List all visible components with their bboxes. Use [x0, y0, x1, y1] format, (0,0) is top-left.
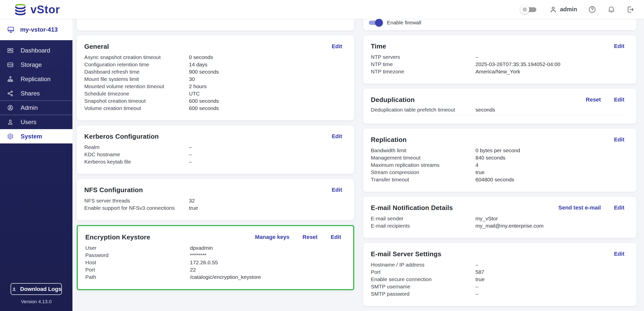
- edit-link[interactable]: Edit: [614, 43, 624, 49]
- user-menu[interactable]: admin: [549, 6, 577, 13]
- field-value: ********: [190, 252, 206, 258]
- notifications-icon: [607, 6, 615, 14]
- field-host: Host172.26.0.55: [85, 259, 341, 266]
- card-title-kerberos-configuration: Kerberos Configuration: [84, 133, 159, 140]
- field-e-mail-sender: E-mail sendermy_vStor: [371, 215, 624, 222]
- field-path: Path/catalogic/encryption_keystore: [85, 273, 341, 281]
- card-general: GeneralEditAsync snapshot creation timeo…: [77, 35, 354, 120]
- sidebar-item-shares[interactable]: Shares: [0, 86, 72, 100]
- manage-keys-link[interactable]: Manage keys: [255, 234, 290, 240]
- send-test-e-mail-link[interactable]: Send test e-mail: [558, 204, 601, 211]
- theme-toggle[interactable]: [520, 5, 538, 15]
- edit-link[interactable]: Edit: [332, 133, 342, 140]
- card-replication: ReplicationEditBandwidth limit0 bytes pe…: [363, 129, 636, 192]
- field-value: –: [475, 54, 478, 60]
- field-value: seconds: [475, 107, 495, 113]
- edit-link[interactable]: Edit: [614, 251, 624, 257]
- users-icon: [7, 119, 14, 125]
- sidebar-item-replication[interactable]: Replication: [0, 72, 72, 86]
- field-label: Kerberos keytab file: [84, 159, 189, 165]
- field-value: 4: [475, 162, 478, 168]
- field-value: 600 seconds: [189, 98, 219, 104]
- card-deduplication: DeduplicationResetEditDeduplication tabl…: [363, 89, 636, 124]
- card-firewall: Enable firewall: [363, 19, 636, 30]
- field-smtp-password: SMTP password–: [371, 290, 624, 297]
- sidebar-item-label: Replication: [21, 76, 51, 83]
- field-label: Realm: [84, 144, 189, 150]
- field-ntp-servers: NTP servers–: [371, 53, 624, 61]
- admin-icon: [7, 105, 14, 111]
- download-logs-button[interactable]: Download Logs: [11, 283, 62, 295]
- download-logs-label: Download Logs: [20, 286, 61, 292]
- field-password: Password********: [85, 251, 341, 259]
- field-label: Password: [85, 252, 190, 258]
- field-ntp-time: NTP time2025-03-26T07:35:35.194052-04:00: [371, 61, 624, 68]
- sidebar-item-label: Admin: [21, 104, 38, 111]
- field-port: Port22: [85, 266, 341, 273]
- card-actions: ResetEdit: [586, 96, 624, 103]
- system-icon: [7, 133, 14, 140]
- field-value: 30: [189, 76, 195, 82]
- field-value: 600 seconds: [189, 105, 219, 111]
- reset-link[interactable]: Reset: [303, 234, 318, 240]
- field-value: –: [189, 144, 192, 150]
- field-label: Deduplication table prefetch timeout: [371, 107, 475, 113]
- firewall-toggle-label: Enable firewall: [387, 20, 421, 26]
- field-e-mail-recipients: E-mail recipientsmy_mail@my.enterprise.c…: [371, 222, 624, 229]
- field-value: true: [475, 169, 485, 175]
- field-value: 604800 seconds: [475, 177, 514, 183]
- field-dashboard-refresh-time: Dashboard refresh time900 seconds: [84, 68, 342, 75]
- card-actions: Edit: [332, 187, 342, 193]
- shares-icon: [7, 90, 14, 97]
- edit-link[interactable]: Edit: [332, 43, 342, 50]
- field-maximum-replication-streams: Maximum replication streams4: [371, 161, 624, 169]
- logout-button[interactable]: [626, 6, 634, 14]
- field-deduplication-table-prefetch-timeout: Deduplication table prefetch timeoutseco…: [371, 107, 624, 115]
- card-title-deduplication: Deduplication: [371, 96, 415, 104]
- storage-icon: [7, 62, 14, 68]
- field-value: 2 hours: [189, 83, 207, 89]
- sidebar-item-storage[interactable]: Storage: [0, 58, 72, 72]
- card-actions: Edit: [614, 136, 624, 143]
- firewall-toggle[interactable]: [367, 19, 383, 28]
- field-value: 172.26.0.55: [190, 260, 218, 266]
- field-value: 587: [475, 269, 484, 275]
- reset-link[interactable]: Reset: [586, 96, 601, 103]
- field-enable-support-for-nfsv3-connections: Enable support for NFSv3 connectionstrue: [84, 204, 342, 212]
- card-time: TimeEditNTP servers–NTP time2025-03-26T0…: [363, 35, 636, 84]
- monitor-icon: [7, 26, 15, 33]
- field-value: –: [475, 284, 478, 290]
- field-kdc-hostname: KDC hostname–: [84, 151, 342, 158]
- field-label: NTP time: [371, 61, 475, 67]
- field-label: NTP timezone: [371, 69, 475, 75]
- sidebar-item-dashboard[interactable]: Dashboard: [0, 43, 72, 58]
- field-label: E-mail recipients: [371, 223, 475, 229]
- edit-link[interactable]: Edit: [614, 204, 624, 211]
- field-label: SMTP password: [371, 291, 475, 297]
- edit-link[interactable]: Edit: [332, 187, 342, 193]
- card-nfs-configuration: NFS ConfigurationEditNFS server threads3…: [77, 179, 354, 220]
- sidebar-item-users[interactable]: Users: [0, 115, 72, 129]
- field-value: 32: [189, 198, 195, 204]
- sidebar: my-vstor-413 DashboardStorageReplication…: [0, 19, 72, 311]
- field-stream-compression: Stream compressiontrue: [371, 169, 624, 176]
- sidebar-host-item[interactable]: my-vstor-413: [0, 19, 72, 40]
- edit-link[interactable]: Edit: [614, 96, 624, 103]
- field-mounted-volume-retention-timeout: Mounted volume retention timeout2 hours: [84, 83, 342, 90]
- notifications-button[interactable]: [607, 6, 615, 14]
- help-button[interactable]: [588, 6, 596, 14]
- field-value: 0 bytes per second: [475, 147, 520, 153]
- card-actions: Edit: [614, 43, 624, 49]
- sidebar-item-admin[interactable]: Admin: [0, 100, 72, 115]
- card-e-mail-server-settings: E-mail Server SettingsEditHostname / IP …: [363, 243, 636, 306]
- card-header: ReplicationEdit: [371, 136, 624, 144]
- field-label: Hostname / IP address: [371, 262, 475, 268]
- sidebar-item-system[interactable]: System: [0, 129, 72, 143]
- edit-link[interactable]: Edit: [614, 136, 624, 143]
- field-port: Port587: [371, 268, 624, 276]
- field-schedule-timezone: Schedule timezoneUTC: [84, 90, 342, 97]
- sidebar-item-label: Dashboard: [21, 47, 50, 54]
- card-actions: Send test e-mailEdit: [558, 204, 624, 211]
- field-label: Dashboard refresh time: [84, 69, 189, 75]
- edit-link[interactable]: Edit: [331, 234, 341, 240]
